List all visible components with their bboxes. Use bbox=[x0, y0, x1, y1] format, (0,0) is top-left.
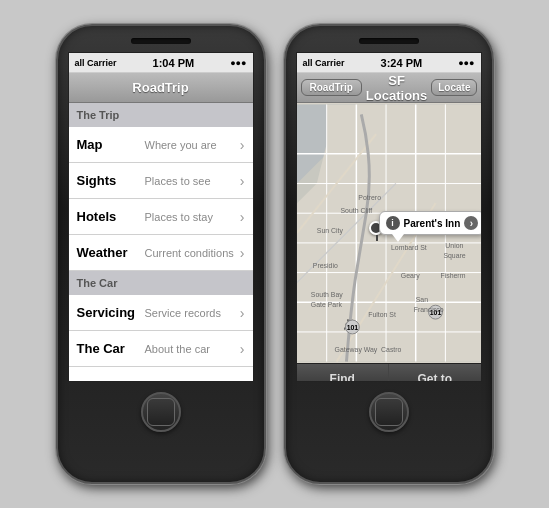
svg-text:Francisco: Francisco bbox=[413, 306, 443, 313]
screen-1: all Carrier 1:04 PM ●●● RoadTrip The Tri… bbox=[68, 52, 254, 382]
svg-text:Castro: Castro bbox=[381, 346, 402, 353]
svg-text:South Bay: South Bay bbox=[310, 291, 342, 299]
carrier-1: all Carrier bbox=[75, 58, 117, 68]
home-button-inner-1 bbox=[147, 398, 175, 426]
chevron-servicing-icon: › bbox=[240, 305, 245, 321]
find-button[interactable]: Find bbox=[297, 364, 390, 382]
map-nav-bar: RoadTrip SF Locations Locate bbox=[297, 73, 481, 103]
carrier-2: all Carrier bbox=[303, 58, 345, 68]
time-2: 3:24 PM bbox=[381, 57, 423, 69]
callout-label: Parent's Inn bbox=[404, 218, 461, 229]
nav-title-1: RoadTrip bbox=[132, 80, 188, 95]
time-1: 1:04 PM bbox=[153, 57, 195, 69]
home-button-2[interactable] bbox=[369, 392, 409, 432]
back-button[interactable]: RoadTrip bbox=[301, 79, 362, 96]
map-nav-title: SF Locations bbox=[366, 73, 427, 103]
svg-text:Square: Square bbox=[443, 252, 465, 260]
chevron-hotels-icon: › bbox=[240, 209, 245, 225]
callout-info-icon: i bbox=[386, 216, 400, 230]
chevron-sights-icon: › bbox=[240, 173, 245, 189]
row-title-servicing: Servicing bbox=[77, 305, 145, 320]
row-title-map: Map bbox=[77, 137, 145, 152]
row-subtitle-weather: Current conditions bbox=[145, 247, 236, 259]
svg-text:Presidio: Presidio bbox=[312, 262, 337, 269]
locate-button[interactable]: Locate bbox=[431, 79, 477, 96]
svg-text:Fulton St: Fulton St bbox=[368, 311, 396, 318]
row-subtitle-sights: Places to see bbox=[145, 175, 236, 187]
row-map[interactable]: Map Where you are › bbox=[69, 127, 253, 163]
speaker-2 bbox=[359, 38, 419, 44]
svg-text:Lombard St: Lombard St bbox=[390, 244, 426, 251]
svg-text:Gateway Way: Gateway Way bbox=[334, 346, 377, 354]
map-bottom-bar: Find Get to bbox=[297, 363, 481, 382]
section-header-car: The Car bbox=[69, 271, 253, 295]
row-sights[interactable]: Sights Places to see › bbox=[69, 163, 253, 199]
svg-text:Gate Park: Gate Park bbox=[310, 301, 342, 308]
signal-1: ●●● bbox=[230, 58, 246, 68]
callout-tail bbox=[392, 234, 404, 242]
svg-text:Sun City: Sun City bbox=[316, 227, 343, 235]
callout-arrow-icon[interactable]: › bbox=[464, 216, 478, 230]
nav-bar-1: RoadTrip bbox=[69, 73, 253, 103]
row-subtitle-thecar: About the car bbox=[145, 343, 236, 355]
svg-text:Union: Union bbox=[445, 242, 463, 249]
map-callout[interactable]: i Parent's Inn › bbox=[379, 211, 481, 235]
iphone-1: all Carrier 1:04 PM ●●● RoadTrip The Tri… bbox=[56, 24, 266, 484]
speaker-1 bbox=[131, 38, 191, 44]
row-subtitle-servicing: Service records bbox=[145, 307, 236, 319]
chevron-map-icon: › bbox=[240, 137, 245, 153]
home-button-inner-2 bbox=[375, 398, 403, 426]
svg-text:South Cliff: South Cliff bbox=[340, 207, 372, 214]
signal-2: ●●● bbox=[458, 58, 474, 68]
home-button-1[interactable] bbox=[141, 392, 181, 432]
row-title-sights: Sights bbox=[77, 173, 145, 188]
map-area[interactable]: 101 101 101 Lombard St North Beach Geary… bbox=[297, 103, 481, 363]
get-to-button[interactable]: Get to bbox=[389, 364, 481, 382]
row-title-thecar: The Car bbox=[77, 341, 145, 356]
svg-text:Potrero: Potrero bbox=[358, 194, 381, 201]
row-hotels[interactable]: Hotels Places to stay › bbox=[69, 199, 253, 235]
screen-2: all Carrier 3:24 PM ●●● RoadTrip SF Loca… bbox=[296, 52, 482, 382]
row-servicing[interactable]: Servicing Service records › bbox=[69, 295, 253, 331]
row-title-weather: Weather bbox=[77, 245, 145, 260]
callout-info-text: i bbox=[391, 218, 394, 228]
svg-text:101: 101 bbox=[346, 324, 358, 331]
callout-arrow-text: › bbox=[470, 218, 473, 229]
row-subtitle-hotels: Places to stay bbox=[145, 211, 236, 223]
iphone-2: all Carrier 3:24 PM ●●● RoadTrip SF Loca… bbox=[284, 24, 494, 484]
row-weather[interactable]: Weather Current conditions › bbox=[69, 235, 253, 271]
row-thecar[interactable]: The Car About the car › bbox=[69, 331, 253, 367]
chevron-thecar-icon: › bbox=[240, 341, 245, 357]
row-title-hotels: Hotels bbox=[77, 209, 145, 224]
row-subtitle-map: Where you are bbox=[145, 139, 236, 151]
svg-text:San: San bbox=[415, 296, 427, 303]
status-bar-1: all Carrier 1:04 PM ●●● bbox=[69, 53, 253, 73]
pin-tail bbox=[376, 235, 378, 241]
svg-text:Fisherm: Fisherm bbox=[440, 272, 465, 279]
status-bar-2: all Carrier 3:24 PM ●●● bbox=[297, 53, 481, 73]
section-header-trip: The Trip bbox=[69, 103, 253, 127]
chevron-weather-icon: › bbox=[240, 245, 245, 261]
svg-text:Geary: Geary bbox=[400, 272, 419, 280]
